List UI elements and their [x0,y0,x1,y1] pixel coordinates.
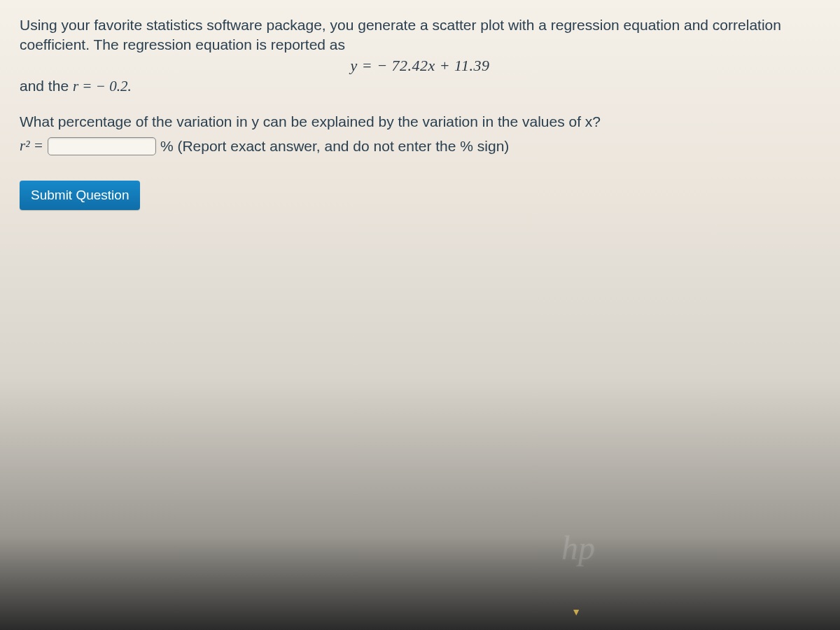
question-prompt-line1: Using your favorite statistics software … [20,15,820,55]
scroll-down-icon: ▼ [571,606,581,617]
correlation-coefficient-line: and the r = − 0.2. [20,78,820,95]
r-line-prefix: and the [20,78,73,94]
variation-question: What percentage of the variation in y ca… [20,113,820,130]
r-squared-input[interactable] [48,137,156,155]
hp-watermark: hp [561,528,595,567]
submit-question-button[interactable]: Submit Question [20,181,140,210]
regression-equation: y = − 72.42x + 11.39 [20,57,820,75]
r-squared-label: r² = [20,137,43,155]
answer-row: r² = % (Report exact answer, and do not … [20,137,820,155]
answer-hint: % (Report exact answer, and do not enter… [160,138,509,155]
r-expression: r = − 0.2. [73,78,132,94]
